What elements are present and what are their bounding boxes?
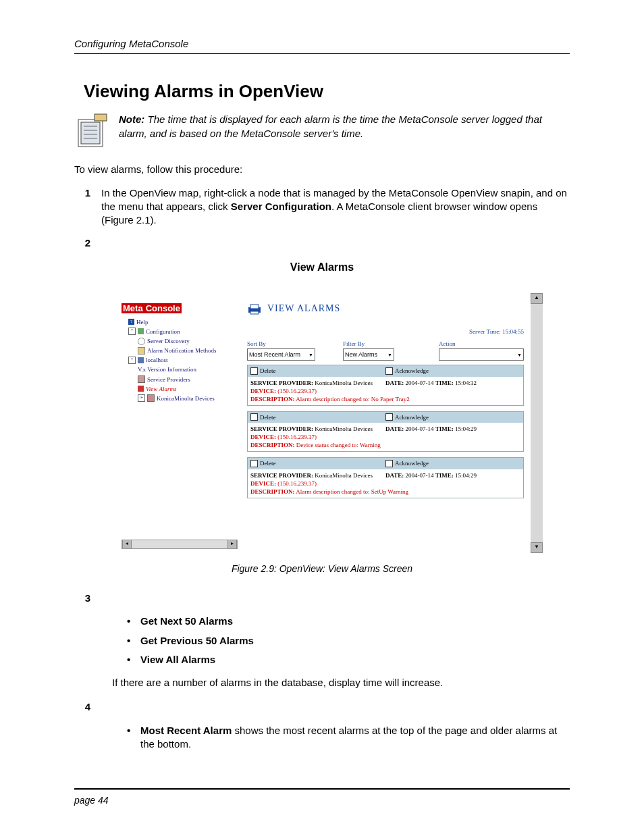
note-label: Note:	[119, 113, 144, 125]
tree-help[interactable]: ?Help	[122, 317, 236, 327]
date-value: 2004-07-14	[406, 380, 434, 386]
alarm-body: SERVICE PROVIDER: KonicaMinolta Devices …	[248, 469, 523, 498]
tree-server-discovery[interactable]: Server Discovery	[122, 336, 236, 346]
sort-select[interactable]: Most Recent Alarm▼	[247, 348, 315, 361]
filter-value: New Alarms	[345, 350, 377, 359]
step4-bullets: •Most Recent Alarm shows the most recent…	[127, 724, 570, 752]
alarm-item: Delete Acknowledge SERVICE PROVIDER: Kon…	[247, 457, 524, 498]
filter-label: Filter By	[343, 340, 439, 348]
filter-select[interactable]: New Alarms▼	[343, 348, 394, 361]
desc-label: DESCRIPTION:	[250, 488, 295, 495]
scroll-down-icon[interactable]: ▼	[531, 542, 543, 553]
date-label: DATE:	[385, 425, 404, 432]
device-value: (150.16.239.37)	[277, 480, 317, 487]
intro-line: To view alarms, follow this procedure:	[74, 163, 570, 176]
list-item: •Most Recent Alarm shows the most recent…	[127, 724, 570, 752]
step-body: In the OpenView map, right-click a node …	[101, 186, 570, 228]
tree-localhost[interactable]: +localhost	[122, 355, 236, 365]
delete-checkbox[interactable]	[250, 367, 258, 375]
logo: MetaConsole	[122, 303, 236, 315]
tree-configuration[interactable]: +Configuration	[122, 327, 236, 336]
step3-bullets: •Get Next 50 Alarms •Get Previous 50 Ala…	[127, 615, 570, 667]
action-column: Action ▼	[439, 340, 524, 361]
ack-checkbox[interactable]	[385, 460, 393, 467]
date-label: DATE:	[385, 380, 404, 386]
delete-checkbox[interactable]	[250, 460, 258, 467]
ack-checkbox[interactable]	[385, 367, 393, 375]
time-value: 15:04:32	[455, 380, 477, 386]
sort-value: Most Recent Alarm	[249, 350, 300, 359]
time-value: 15:04:29	[455, 425, 477, 432]
tree-config-label: Configuration	[146, 328, 180, 336]
sp-label: SERVICE PROVIDER:	[250, 380, 313, 386]
device-value: (150.16.239.37)	[277, 388, 317, 394]
filter-column: Filter By New Alarms▼	[343, 340, 439, 361]
alarm-body: SERVICE PROVIDER: KonicaMinolta Devices …	[248, 377, 523, 405]
tree-km-devices[interactable]: o-KonicaMinolta Devices	[122, 394, 236, 403]
mail-icon	[138, 347, 145, 355]
tree-view-alarms[interactable]: View Alarms	[122, 384, 236, 394]
collapse-icon[interactable]: o-	[138, 394, 145, 402]
desc-label: DESCRIPTION:	[250, 442, 295, 448]
step-number: 2	[74, 236, 90, 250]
chevron-down-icon: ▼	[517, 352, 522, 358]
bullet-icon: •	[127, 653, 134, 667]
horizontal-scrollbar[interactable]: ◂ ▸	[122, 540, 238, 549]
desc-value: Alarm description changed to: No Paper T…	[296, 396, 409, 402]
expand-icon[interactable]: +	[128, 328, 136, 335]
logo-console: Console	[144, 303, 182, 313]
ack-label: Acknowledge	[395, 367, 429, 375]
vertical-scrollbar[interactable]: ▲ ▼	[531, 293, 543, 553]
delete-checkbox[interactable]	[250, 413, 258, 421]
running-header: Configuring MetaConsole	[74, 37, 570, 54]
note-body: Note: The time that is displayed for eac…	[119, 113, 570, 149]
tree-view-alarms-label: View Alarms	[146, 385, 176, 393]
note-block: Note: The time that is displayed for eac…	[74, 113, 570, 149]
list-item: •Get Previous 50 Alarms	[127, 634, 570, 648]
desc-value: Device status changed to: Warning	[296, 442, 381, 448]
chevron-down-icon: ▼	[308, 352, 313, 358]
figure-caption: Figure 2.9: OpenView: View Alarms Screen	[74, 563, 570, 575]
device-value: (150.16.239.37)	[277, 434, 317, 440]
page-number: page 44	[74, 795, 109, 806]
tree-server-discovery-label: Server Discovery	[147, 337, 190, 345]
chevron-down-icon: ▼	[387, 352, 392, 358]
scroll-right-icon[interactable]: ▸	[227, 540, 237, 548]
tree-version-info[interactable]: V.x Version Information	[122, 365, 236, 374]
desc-value: Alarm description changed to: SetUp Warn…	[296, 488, 408, 495]
alarm-item: Delete Acknowledge SERVICE PROVIDER: Kon…	[247, 365, 524, 406]
tree-service-providers[interactable]: Service Providers	[122, 375, 236, 384]
scroll-up-icon[interactable]: ▲	[531, 293, 543, 304]
ack-label: Acknowledge	[395, 413, 429, 421]
alarm-header: Delete Acknowledge	[248, 412, 523, 423]
tree-alarm-notif[interactable]: Alarm Notification Methods	[122, 346, 236, 355]
date-value: 2004-07-14	[406, 425, 434, 432]
tree-sp-label: Service Providers	[147, 375, 190, 384]
note-icon	[74, 113, 111, 149]
list-item: •Get Next 50 Alarms	[127, 615, 570, 628]
sp-value: KonicaMinolta Devices	[315, 380, 373, 386]
sort-label: Sort By	[247, 340, 343, 348]
logo-meta: Meta	[122, 303, 144, 313]
step-number: 3	[74, 592, 90, 605]
expand-icon[interactable]: +	[128, 357, 136, 364]
action-select[interactable]: ▼	[439, 348, 524, 361]
subhead-view-alarms: View Alarms	[74, 260, 570, 275]
bullet-icon: •	[127, 724, 134, 752]
bullet-bold: Most Recent Alarm	[140, 725, 232, 736]
time-value: 15:04:29	[455, 472, 477, 479]
scroll-left-icon[interactable]: ◂	[122, 540, 132, 548]
pane-title-text: VIEW ALARMS	[267, 303, 340, 315]
list-item: •View All Alarms	[127, 653, 570, 667]
tree-alarm-notif-label: Alarm Notification Methods	[147, 346, 216, 355]
action-label: Action	[439, 340, 524, 348]
ack-label: Acknowledge	[395, 459, 429, 467]
device-label: DEVICE:	[250, 388, 276, 394]
main-pane: VIEW ALARMS Server Time: 15:04:55 Sort B…	[247, 303, 524, 504]
note-text: The time that is displayed for each alar…	[119, 113, 542, 138]
tree-km-label: KonicaMinolta Devices	[157, 394, 215, 402]
ack-checkbox[interactable]	[385, 413, 393, 421]
page: Configuring MetaConsole Viewing Alarms i…	[0, 0, 644, 834]
step-body	[101, 236, 570, 250]
sp-value: KonicaMinolta Devices	[315, 472, 373, 479]
